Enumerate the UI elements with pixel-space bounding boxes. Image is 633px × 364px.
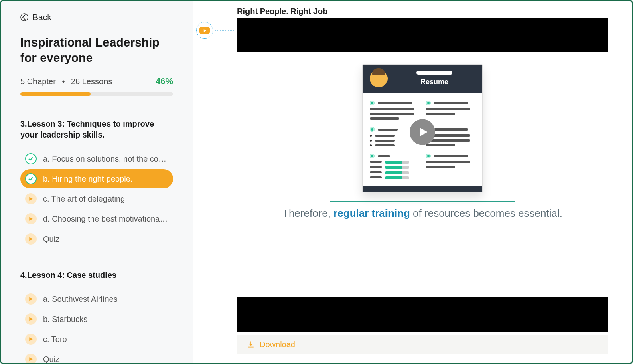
section-heading: 3.Lesson 3: Techniques to improve your l… [20, 119, 173, 140]
sidebar-header: Back Inspirational Leadership for everyo… [1, 1, 193, 102]
lesson-item[interactable]: d. Choosing the best motivational f… [20, 209, 173, 229]
lesson-item[interactable]: b. Hiring the right people. [20, 169, 173, 188]
back-label: Back [32, 12, 51, 22]
section-divider [20, 111, 173, 111]
play-icon [25, 233, 37, 245]
progress-percent: 46% [156, 76, 173, 87]
resume-graphic: Resume [362, 64, 483, 192]
check-icon [25, 153, 37, 164]
svg-marker-1 [29, 197, 32, 201]
course-title: Inspirational Leadership for everyone [20, 35, 173, 65]
lesson-label: a. Southwest Airlines [43, 295, 118, 304]
lesson-label: d. Choosing the best motivational f… [43, 214, 168, 224]
marker-connector [215, 30, 235, 31]
lessons-count: 26 Lessons [71, 77, 112, 86]
progress-fill [20, 92, 91, 96]
check-icon [25, 173, 37, 184]
video-slide: Resume [237, 52, 608, 297]
meta-separator: • [62, 77, 65, 86]
lesson-label: Quiz [43, 355, 59, 363]
lesson-item[interactable]: c. Toro [20, 330, 173, 349]
lessons-list[interactable]: 3.Lesson 3: Techniques to improve your l… [1, 102, 193, 363]
video-badge-icon [196, 22, 213, 39]
section-heading: 4.Lesson 4: Case studies [20, 270, 173, 281]
course-meta: 5 Chapter • 26 Lessons 46% [20, 76, 173, 87]
lesson-item[interactable]: a. Southwest Airlines [20, 289, 173, 309]
svg-point-0 [21, 14, 28, 21]
play-icon [25, 293, 37, 305]
back-button[interactable]: Back [20, 12, 51, 22]
play-icon [25, 354, 37, 363]
lesson-item[interactable]: c. The art of delegating. [20, 189, 173, 208]
slide-caption: Therefore, regular training of resources… [282, 207, 562, 220]
download-label: Download [260, 340, 295, 349]
lesson-item[interactable]: Quiz [20, 229, 173, 249]
svg-marker-5 [29, 317, 32, 321]
svg-marker-8 [203, 29, 206, 32]
svg-marker-4 [29, 297, 32, 301]
back-icon [20, 13, 28, 21]
avatar-icon [370, 70, 388, 87]
svg-marker-2 [29, 217, 32, 221]
lesson-label: b. Starbucks [43, 315, 87, 324]
section-divider [20, 260, 173, 260]
lesson-item[interactable]: a. Focus on solutions, not the com… [20, 149, 173, 168]
lesson-label: Quiz [43, 235, 59, 244]
content-main: Right People. Right Job Resume [193, 1, 632, 363]
resume-label: Resume [394, 78, 475, 86]
play-icon [25, 213, 37, 224]
play-icon [25, 334, 37, 345]
chapters-count: 5 Chapter [20, 77, 56, 86]
lesson-item[interactable]: Quiz [20, 350, 173, 363]
lesson-label: c. The art of delegating. [43, 194, 127, 204]
play-icon [25, 313, 37, 325]
caption-divider [330, 201, 515, 202]
svg-marker-3 [29, 237, 32, 241]
course-sidebar: Back Inspirational Leadership for everyo… [1, 1, 193, 363]
svg-marker-7 [29, 357, 32, 361]
lesson-label: c. Toro [43, 335, 67, 344]
video-marker [196, 22, 235, 39]
progress-bar [20, 92, 173, 96]
play-button[interactable] [410, 119, 435, 145]
download-icon [247, 340, 255, 348]
download-button[interactable]: Download [237, 335, 608, 354]
lesson-label: b. Hiring the right people. [43, 174, 132, 184]
svg-marker-9 [420, 128, 428, 137]
svg-marker-6 [29, 337, 32, 341]
lesson-label: a. Focus on solutions, not the com… [43, 154, 168, 164]
play-icon [418, 127, 428, 138]
play-icon [25, 193, 37, 204]
video-player[interactable]: Resume [237, 18, 608, 332]
lesson-item[interactable]: b. Starbucks [20, 309, 173, 329]
content-title: Right People. Right Job [237, 7, 608, 16]
